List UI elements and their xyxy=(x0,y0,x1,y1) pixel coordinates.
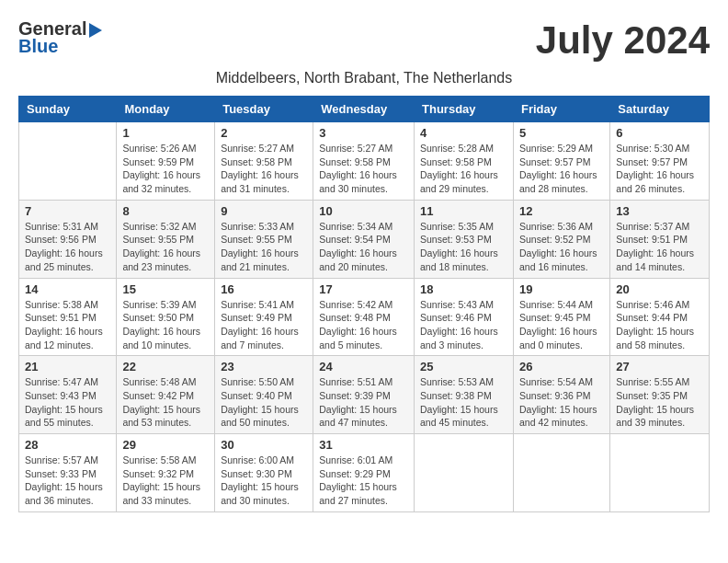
day-number: 16 xyxy=(221,282,307,296)
calendar-day-cell: 28Sunrise: 5:57 AM Sunset: 9:33 PM Dayli… xyxy=(19,434,117,512)
day-info: Sunrise: 5:57 AM Sunset: 9:33 PM Dayligh… xyxy=(25,454,110,508)
day-number: 9 xyxy=(221,204,307,218)
calendar-day-cell: 6Sunrise: 5:30 AM Sunset: 9:57 PM Daylig… xyxy=(610,122,710,201)
calendar-day-cell: 27Sunrise: 5:55 AM Sunset: 9:35 PM Dayli… xyxy=(610,356,710,434)
logo-blue-text: Blue xyxy=(18,36,58,57)
day-number: 7 xyxy=(25,204,110,218)
day-info: Sunrise: 5:33 AM Sunset: 9:55 PM Dayligh… xyxy=(221,220,307,274)
day-info: Sunrise: 5:44 AM Sunset: 9:45 PM Dayligh… xyxy=(519,298,604,352)
day-info: Sunrise: 5:53 AM Sunset: 9:38 PM Dayligh… xyxy=(420,375,507,430)
day-info: Sunrise: 5:30 AM Sunset: 9:57 PM Dayligh… xyxy=(616,142,703,196)
calendar-day-cell: 21Sunrise: 5:47 AM Sunset: 9:43 PM Dayli… xyxy=(19,356,117,434)
calendar-week-row: 7Sunrise: 5:31 AM Sunset: 9:56 PM Daylig… xyxy=(19,200,710,278)
day-number: 8 xyxy=(122,204,209,218)
weekday-header-wednesday: Wednesday xyxy=(313,97,415,122)
day-info: Sunrise: 6:01 AM Sunset: 9:29 PM Dayligh… xyxy=(319,454,408,508)
weekday-header-tuesday: Tuesday xyxy=(215,97,313,122)
day-number: 27 xyxy=(616,360,703,373)
weekday-header-sunday: Sunday xyxy=(19,97,117,122)
day-number: 18 xyxy=(420,282,507,296)
day-info: Sunrise: 5:47 AM Sunset: 9:43 PM Dayligh… xyxy=(25,375,110,430)
calendar-day-cell: 26Sunrise: 5:54 AM Sunset: 9:36 PM Dayli… xyxy=(513,356,609,434)
calendar-day-cell: 16Sunrise: 5:41 AM Sunset: 9:49 PM Dayli… xyxy=(215,278,313,356)
day-info: Sunrise: 5:26 AM Sunset: 9:59 PM Dayligh… xyxy=(122,142,209,196)
calendar-day-cell: 7Sunrise: 5:31 AM Sunset: 9:56 PM Daylig… xyxy=(19,200,117,278)
day-info: Sunrise: 5:32 AM Sunset: 9:55 PM Dayligh… xyxy=(122,220,209,274)
day-info: Sunrise: 5:27 AM Sunset: 9:58 PM Dayligh… xyxy=(221,142,307,196)
calendar-week-row: 1Sunrise: 5:26 AM Sunset: 9:59 PM Daylig… xyxy=(19,122,710,201)
calendar-day-cell: 3Sunrise: 5:27 AM Sunset: 9:58 PM Daylig… xyxy=(313,122,415,201)
calendar-day-cell: 4Sunrise: 5:28 AM Sunset: 9:58 PM Daylig… xyxy=(415,122,514,201)
calendar-day-cell: 23Sunrise: 5:50 AM Sunset: 9:40 PM Dayli… xyxy=(215,356,313,434)
day-number: 25 xyxy=(420,360,507,373)
day-info: Sunrise: 5:35 AM Sunset: 9:53 PM Dayligh… xyxy=(420,220,507,274)
calendar-day-cell: 8Sunrise: 5:32 AM Sunset: 9:55 PM Daylig… xyxy=(117,200,215,278)
calendar-day-cell: 5Sunrise: 5:29 AM Sunset: 9:57 PM Daylig… xyxy=(513,122,609,201)
day-number: 21 xyxy=(25,360,110,373)
calendar-day-cell: 14Sunrise: 5:38 AM Sunset: 9:51 PM Dayli… xyxy=(19,278,117,356)
calendar-day-cell: 31Sunrise: 6:01 AM Sunset: 9:29 PM Dayli… xyxy=(313,434,415,512)
weekday-header-saturday: Saturday xyxy=(610,97,710,122)
day-number: 17 xyxy=(319,282,408,296)
calendar-day-cell: 24Sunrise: 5:51 AM Sunset: 9:39 PM Dayli… xyxy=(313,356,415,434)
calendar-empty-cell xyxy=(415,434,514,512)
calendar-week-row: 14Sunrise: 5:38 AM Sunset: 9:51 PM Dayli… xyxy=(19,278,710,356)
calendar-table: SundayMondayTuesdayWednesdayThursdayFrid… xyxy=(18,96,710,512)
day-info: Sunrise: 5:50 AM Sunset: 9:40 PM Dayligh… xyxy=(221,375,307,430)
calendar-week-row: 28Sunrise: 5:57 AM Sunset: 9:33 PM Dayli… xyxy=(19,434,710,512)
day-info: Sunrise: 5:55 AM Sunset: 9:35 PM Dayligh… xyxy=(616,375,703,430)
calendar-day-cell: 9Sunrise: 5:33 AM Sunset: 9:55 PM Daylig… xyxy=(215,200,313,278)
month-title: July 2024 xyxy=(536,18,710,63)
calendar-day-cell: 25Sunrise: 5:53 AM Sunset: 9:38 PM Dayli… xyxy=(415,356,514,434)
day-number: 26 xyxy=(519,360,604,373)
day-info: Sunrise: 5:41 AM Sunset: 9:49 PM Dayligh… xyxy=(221,298,307,352)
day-info: Sunrise: 5:42 AM Sunset: 9:48 PM Dayligh… xyxy=(319,298,408,352)
day-info: Sunrise: 5:43 AM Sunset: 9:46 PM Dayligh… xyxy=(420,298,507,352)
day-number: 24 xyxy=(319,360,408,373)
day-number: 12 xyxy=(519,204,604,218)
day-number: 1 xyxy=(122,126,209,140)
weekday-header-thursday: Thursday xyxy=(415,97,514,122)
calendar-day-cell: 1Sunrise: 5:26 AM Sunset: 9:59 PM Daylig… xyxy=(117,122,215,201)
day-number: 29 xyxy=(122,438,209,452)
day-number: 20 xyxy=(616,282,703,296)
day-number: 28 xyxy=(25,438,110,452)
calendar-day-cell: 10Sunrise: 5:34 AM Sunset: 9:54 PM Dayli… xyxy=(313,200,415,278)
calendar-day-cell: 2Sunrise: 5:27 AM Sunset: 9:58 PM Daylig… xyxy=(215,122,313,201)
calendar-day-cell: 17Sunrise: 5:42 AM Sunset: 9:48 PM Dayli… xyxy=(313,278,415,356)
day-number: 4 xyxy=(420,126,507,140)
calendar-day-cell: 22Sunrise: 5:48 AM Sunset: 9:42 PM Dayli… xyxy=(117,356,215,434)
day-info: Sunrise: 5:58 AM Sunset: 9:32 PM Dayligh… xyxy=(122,454,209,508)
calendar-day-cell: 20Sunrise: 5:46 AM Sunset: 9:44 PM Dayli… xyxy=(610,278,710,356)
day-info: Sunrise: 5:51 AM Sunset: 9:39 PM Dayligh… xyxy=(319,375,408,430)
calendar-day-cell: 15Sunrise: 5:39 AM Sunset: 9:50 PM Dayli… xyxy=(117,278,215,356)
day-info: Sunrise: 5:31 AM Sunset: 9:56 PM Dayligh… xyxy=(25,220,110,274)
day-info: Sunrise: 5:39 AM Sunset: 9:50 PM Dayligh… xyxy=(122,298,209,352)
day-number: 15 xyxy=(122,282,209,296)
calendar-week-row: 21Sunrise: 5:47 AM Sunset: 9:43 PM Dayli… xyxy=(19,356,710,434)
calendar-day-cell: 18Sunrise: 5:43 AM Sunset: 9:46 PM Dayli… xyxy=(415,278,514,356)
day-number: 22 xyxy=(122,360,209,373)
calendar-day-cell: 12Sunrise: 5:36 AM Sunset: 9:52 PM Dayli… xyxy=(513,200,609,278)
day-number: 23 xyxy=(221,360,307,373)
day-number: 13 xyxy=(616,204,703,218)
day-info: Sunrise: 5:37 AM Sunset: 9:51 PM Dayligh… xyxy=(616,220,703,274)
day-number: 11 xyxy=(420,204,507,218)
day-info: Sunrise: 5:29 AM Sunset: 9:57 PM Dayligh… xyxy=(519,142,604,196)
calendar-day-cell: 13Sunrise: 5:37 AM Sunset: 9:51 PM Dayli… xyxy=(610,200,710,278)
day-number: 3 xyxy=(319,126,408,140)
day-info: Sunrise: 5:28 AM Sunset: 9:58 PM Dayligh… xyxy=(420,142,507,196)
day-number: 19 xyxy=(519,282,604,296)
day-number: 5 xyxy=(519,126,604,140)
location-title: Middelbeers, North Brabant, The Netherla… xyxy=(18,70,710,86)
day-info: Sunrise: 5:36 AM Sunset: 9:52 PM Dayligh… xyxy=(519,220,604,274)
day-info: Sunrise: 6:00 AM Sunset: 9:30 PM Dayligh… xyxy=(221,454,307,508)
calendar-empty-cell xyxy=(19,122,117,201)
day-number: 2 xyxy=(221,126,307,140)
logo: General Blue xyxy=(18,18,102,57)
day-info: Sunrise: 5:34 AM Sunset: 9:54 PM Dayligh… xyxy=(319,220,408,274)
calendar-day-cell: 30Sunrise: 6:00 AM Sunset: 9:30 PM Dayli… xyxy=(215,434,313,512)
day-number: 30 xyxy=(221,438,307,452)
day-info: Sunrise: 5:46 AM Sunset: 9:44 PM Dayligh… xyxy=(616,298,703,352)
day-info: Sunrise: 5:38 AM Sunset: 9:51 PM Dayligh… xyxy=(25,298,110,352)
